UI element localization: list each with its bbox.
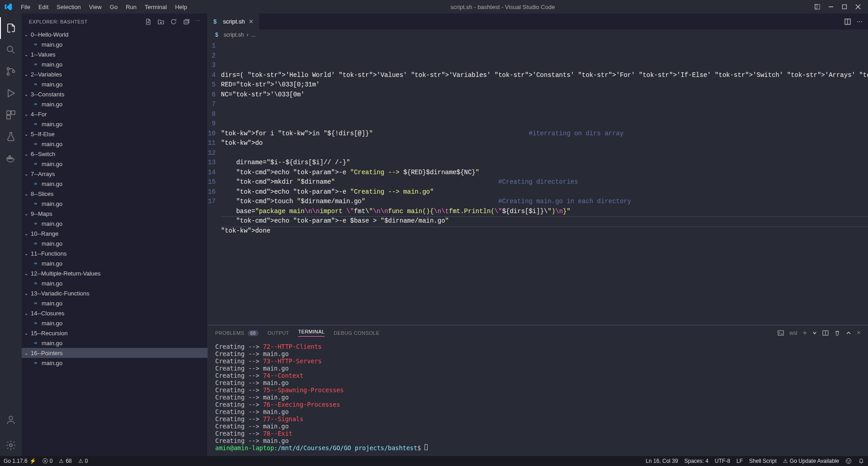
more-icon[interactable]: ⋯ [195,18,200,25]
terminal[interactable]: Creating --> 72--HTTP-ClientsCreating --… [208,340,868,456]
panel-tab-terminal[interactable]: TERMINAL [298,329,325,337]
new-folder-icon[interactable] [157,18,165,25]
menu-help[interactable]: Help [171,2,191,12]
file-item[interactable]: ∞main.go [22,358,208,368]
file-tree[interactable]: ⌄0--Hello-World∞main.go⌄1--Values∞main.g… [22,29,208,456]
file-item[interactable]: ∞main.go [22,79,208,89]
file-item[interactable]: ∞main.go [22,179,208,189]
activity-extensions-icon[interactable] [0,104,22,126]
menu-edit[interactable]: Edit [35,2,52,12]
breadcrumb[interactable]: $ script.sh › ... [208,29,868,40]
folder-name: 11--Functions [31,250,66,257]
terminal-line: Creating --> main.go [215,437,861,444]
activity-explorer-icon[interactable] [0,17,22,39]
status-cursor[interactable]: Ln 16, Col 39 [646,458,678,464]
folder-item[interactable]: ⌄11--Functions [22,248,208,258]
status-eol[interactable]: LF [736,458,743,464]
panel-tab-problems[interactable]: PROBLEMS 68 [215,330,259,336]
status-errors[interactable]: ⓧ 0 [42,457,53,465]
file-item[interactable]: ∞main.go [22,99,208,109]
editor[interactable]: 1234567891011121314151617 dirs=( "tok-st… [208,40,868,325]
file-name: main.go [42,340,62,347]
minimize-icon[interactable] [828,4,834,10]
menu-run[interactable]: Run [122,2,140,12]
terminal-line: Creating --> main.go [215,350,861,357]
file-item[interactable]: ∞main.go [22,338,208,348]
status-bell-icon[interactable] [858,458,864,464]
new-terminal-icon[interactable]: + [803,329,807,337]
activity-run-debug-icon[interactable] [0,82,22,104]
menu-file[interactable]: File [17,2,34,12]
terminal-dropdown-icon[interactable] [812,331,817,335]
status-feedback-icon[interactable] [845,458,852,464]
activity-settings-icon[interactable] [0,434,22,456]
status-spaces[interactable]: Spaces: 4 [684,458,708,464]
maximize-icon[interactable] [842,4,847,10]
folder-item[interactable]: ⌄6--Switch [22,149,208,159]
close-panel-icon[interactable]: ✕ [857,330,861,336]
status-go-version[interactable]: Go 1.17.6 ⚡ [4,458,36,464]
activity-testing-icon[interactable] [0,126,22,147]
kill-terminal-icon[interactable] [834,330,840,336]
panel-tab-debug[interactable]: DEBUG CONSOLE [334,330,379,336]
folder-item[interactable]: ⌄14--Closures [22,308,208,318]
file-item[interactable]: ∞main.go [22,39,208,49]
folder-item[interactable]: ⌄4--For [22,109,208,119]
activity-source-control-icon[interactable] [0,61,22,82]
status-encoding[interactable]: UTF-8 [715,458,730,464]
editor-more-icon[interactable]: ⋯ [857,18,863,25]
file-item[interactable]: ∞main.go [22,219,208,228]
folder-item[interactable]: ⌄9--Maps [22,209,208,219]
folder-item[interactable]: ⌄8--Slices [22,189,208,199]
terminal-prompt[interactable]: amin@amin-laptop:/mnt/d/Courses/GO/GO pr… [215,444,861,452]
folder-item[interactable]: ⌄16--Pointers [22,348,208,358]
file-item[interactable]: ∞main.go [22,59,208,69]
menu-view[interactable]: View [85,2,105,12]
folder-item[interactable]: ⌄7--Arrays [22,169,208,179]
folder-item[interactable]: ⌄2--Variables [22,69,208,79]
layout-toggle-icon[interactable] [815,4,820,10]
go-file-icon: ∞ [32,141,40,147]
file-item[interactable]: ∞main.go [22,258,208,268]
file-item[interactable]: ∞main.go [22,238,208,248]
refresh-icon[interactable] [170,18,177,25]
new-file-icon[interactable] [145,18,152,25]
folder-item[interactable]: ⌄0--Hello-World [22,29,208,39]
terminal-launch-icon[interactable] [778,330,784,336]
editor-code[interactable]: dirs=( "tok-str">'Hello World' "tok-str"… [221,40,868,325]
folder-item[interactable]: ⌄15--Recursion [22,328,208,338]
menu-go[interactable]: Go [106,2,121,12]
file-item[interactable]: ∞main.go [22,298,208,308]
file-item[interactable]: ∞main.go [22,139,208,149]
file-item[interactable]: ∞main.go [22,159,208,169]
file-item[interactable]: ∞main.go [22,318,208,328]
chevron-down-icon: ⌄ [24,311,30,316]
status-diag[interactable]: ⚠ 0 [78,458,88,464]
activity-account-icon[interactable] [0,409,22,431]
file-item[interactable]: ∞main.go [22,199,208,209]
folder-item[interactable]: ⌄10--Range [22,228,208,238]
split-terminal-icon[interactable] [822,330,829,336]
panel-tab-output[interactable]: OUTPUT [268,330,289,336]
status-lang[interactable]: Shell Script [749,458,777,464]
close-icon[interactable] [855,4,861,10]
maximize-panel-icon[interactable] [846,330,851,336]
split-editor-icon[interactable] [844,18,851,25]
activity-search-icon[interactable] [0,39,22,61]
folder-item[interactable]: ⌄3--Constants [22,89,208,99]
status-warnings[interactable]: ⚠ 68 [59,458,71,464]
file-item[interactable]: ∞main.go [22,278,208,288]
file-item[interactable]: ∞main.go [22,119,208,129]
folder-item[interactable]: ⌄1--Values [22,49,208,59]
go-file-icon: ∞ [32,300,40,306]
collapse-all-icon[interactable] [183,18,190,25]
menu-selection[interactable]: Selection [53,2,84,12]
folder-item[interactable]: ⌄5--If-Else [22,129,208,139]
activity-docker-icon[interactable] [0,147,22,169]
menu-terminal[interactable]: Terminal [141,2,170,12]
folder-item[interactable]: ⌄13--Variadic-Functions [22,288,208,298]
tab-close-icon[interactable]: ✕ [249,18,254,25]
status-go-update[interactable]: ⚠ Go Update Available [783,458,839,464]
folder-item[interactable]: ⌄12--Multiple-Return-Values [22,268,208,278]
tab-script-sh[interactable]: $ script.sh ✕ [208,14,259,29]
